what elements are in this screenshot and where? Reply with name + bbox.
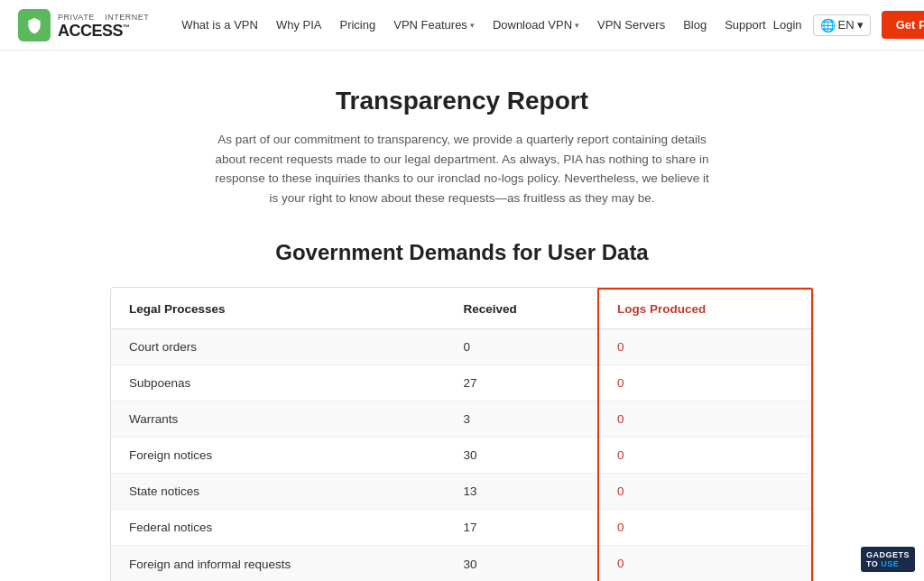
logo-tm: ™ bbox=[123, 23, 130, 32]
table-row: Court orders00 bbox=[111, 329, 812, 365]
watermark-line2: TO USE bbox=[866, 559, 910, 568]
cell-row4-col1: 13 bbox=[446, 474, 598, 510]
cell-row5-col1: 17 bbox=[446, 510, 598, 546]
cell-row4-col2: 0 bbox=[598, 474, 812, 510]
lang-chevron: ▾ bbox=[857, 18, 864, 32]
nav-vpn-servers[interactable]: VPN Servers bbox=[590, 14, 672, 35]
nav-support[interactable]: Support bbox=[717, 14, 773, 35]
cell-row5-col0: Federal notices bbox=[111, 510, 446, 546]
col-received: Received bbox=[446, 289, 598, 329]
logo-text: Private Internet ACCESS™ bbox=[58, 9, 149, 41]
watermark-use: USE bbox=[881, 559, 899, 568]
transparency-table: Legal Processes Received Logs Produced C… bbox=[111, 288, 813, 581]
cell-row6-col1: 30 bbox=[446, 546, 598, 581]
cell-row1-col2: 0 bbox=[598, 365, 812, 401]
table-row: Warrants30 bbox=[111, 401, 812, 438]
cell-row6-col0: Foreign and informal requests bbox=[111, 546, 446, 581]
logo-icon bbox=[18, 9, 51, 42]
nav-vpn-features[interactable]: VPN Features▾ bbox=[386, 14, 482, 35]
cell-row0-col2: 0 bbox=[598, 329, 812, 365]
logo-internet: Internet bbox=[105, 13, 149, 22]
cell-row3-col2: 0 bbox=[598, 438, 812, 474]
cell-row2-col0: Warrants bbox=[111, 401, 446, 438]
nav-why-pia[interactable]: Why PIA bbox=[269, 14, 329, 35]
page-title: Transparency Report bbox=[110, 87, 814, 115]
table-row: State notices130 bbox=[111, 474, 812, 510]
nav-download-vpn[interactable]: Download VPN▾ bbox=[485, 14, 587, 35]
cell-row2-col1: 3 bbox=[446, 401, 598, 438]
cell-row0-col1: 0 bbox=[446, 329, 598, 365]
cell-row1-col0: Subpoenas bbox=[111, 365, 446, 401]
watermark-line1: GADGETS bbox=[866, 550, 910, 559]
navbar: Private Internet ACCESS™ What is a VPN W… bbox=[0, 0, 924, 51]
watermark: GADGETS TO USE bbox=[861, 547, 915, 572]
col-legal-processes: Legal Processes bbox=[111, 289, 446, 329]
table-scroll[interactable]: Legal Processes Received Logs Produced C… bbox=[111, 288, 813, 581]
get-pia-vpn-button[interactable]: Get PIA VPN bbox=[882, 11, 924, 39]
logo-private: Private bbox=[58, 13, 95, 22]
table-body: Court orders00Subpoenas270Warrants30Fore… bbox=[111, 329, 812, 581]
nav-links: What is a VPN Why PIA Pricing VPN Featur… bbox=[174, 14, 772, 35]
language-selector[interactable]: 🌐 EN ▾ bbox=[813, 14, 871, 36]
cell-row6-col2: 0 bbox=[598, 546, 812, 581]
vpn-features-chevron: ▾ bbox=[470, 21, 475, 30]
col-logs-produced: Logs Produced bbox=[598, 289, 812, 329]
main-content: Transparency Report As part of our commi… bbox=[92, 51, 832, 581]
cell-row1-col1: 27 bbox=[446, 365, 598, 401]
table-header-row: Legal Processes Received Logs Produced bbox=[111, 289, 812, 329]
globe-icon: 🌐 bbox=[820, 18, 836, 32]
table-wrapper: Legal Processes Received Logs Produced C… bbox=[110, 287, 814, 581]
table-head: Legal Processes Received Logs Produced bbox=[111, 289, 812, 329]
nav-blog[interactable]: Blog bbox=[676, 14, 714, 35]
table-row: Federal notices170 bbox=[111, 510, 812, 546]
cell-row5-col2: 0 bbox=[598, 510, 812, 546]
cell-row3-col1: 30 bbox=[446, 438, 598, 474]
cell-row0-col0: Court orders bbox=[111, 329, 446, 365]
download-vpn-chevron: ▾ bbox=[575, 21, 579, 30]
page-subtitle: As part of our commitment to transparenc… bbox=[209, 130, 715, 208]
table-row: Foreign and informal requests300 bbox=[111, 546, 812, 581]
cell-row3-col0: Foreign notices bbox=[111, 438, 446, 474]
login-link[interactable]: Login bbox=[773, 18, 802, 32]
lang-label: EN bbox=[838, 18, 855, 32]
cell-row2-col2: 0 bbox=[598, 401, 812, 438]
table-row: Foreign notices300 bbox=[111, 438, 812, 474]
cell-row4-col0: State notices bbox=[111, 474, 446, 510]
table-row: Subpoenas270 bbox=[111, 365, 812, 401]
nav-pricing[interactable]: Pricing bbox=[332, 14, 383, 35]
nav-what-is-vpn[interactable]: What is a VPN bbox=[174, 14, 265, 35]
nav-right: Login 🌐 EN ▾ Get PIA VPN bbox=[773, 11, 924, 39]
section-title: Government Demands for User Data bbox=[110, 240, 814, 265]
logo-access: ACCESS™ bbox=[58, 22, 130, 40]
logo[interactable]: Private Internet ACCESS™ bbox=[18, 9, 149, 42]
